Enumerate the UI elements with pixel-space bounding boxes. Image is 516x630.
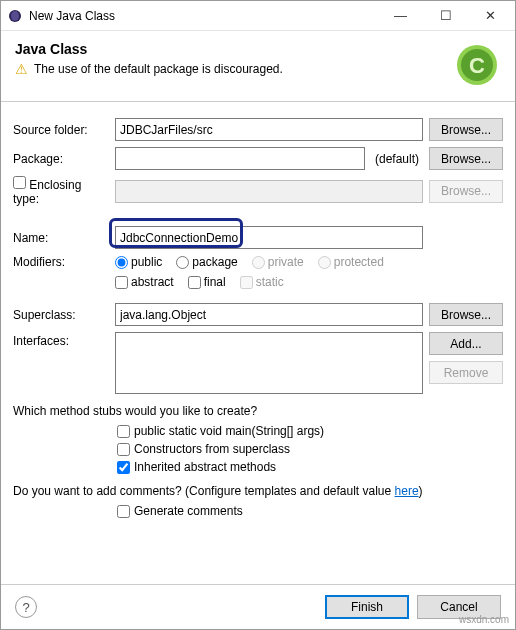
source-folder-input[interactable]	[115, 118, 423, 141]
check-static: static	[240, 275, 284, 289]
maximize-button[interactable]: ☐	[423, 1, 468, 31]
stubs-question: Which method stubs would you like to cre…	[13, 404, 503, 418]
check-final[interactable]: final	[188, 275, 226, 289]
warning-row: ⚠ The use of the default package is disc…	[15, 61, 453, 77]
comments-question: Do you want to add comments? (Configure …	[13, 484, 503, 498]
help-button[interactable]: ?	[15, 596, 37, 618]
superclass-input[interactable]	[115, 303, 423, 326]
dialog-footer: ? Finish Cancel	[1, 584, 515, 629]
check-abstract[interactable]: abstract	[115, 275, 174, 289]
browse-source-button[interactable]: Browse...	[429, 118, 503, 141]
minimize-button[interactable]: —	[378, 1, 423, 31]
dialog-header: Java Class ⚠ The use of the default pack…	[1, 31, 515, 102]
window-title: New Java Class	[29, 9, 378, 23]
configure-link[interactable]: here	[395, 484, 419, 498]
browse-enclosing-button: Browse...	[429, 180, 503, 203]
package-input[interactable]	[115, 147, 365, 170]
close-button[interactable]: ✕	[468, 1, 513, 31]
default-package-label: (default)	[371, 152, 423, 166]
watermark: wsxdn.com	[459, 614, 509, 625]
enclosing-type-check[interactable]: Enclosing type:	[13, 178, 81, 206]
finish-button[interactable]: Finish	[325, 595, 409, 619]
browse-package-button[interactable]: Browse...	[429, 147, 503, 170]
warning-text: The use of the default package is discou…	[34, 62, 283, 76]
visibility-radio-group: public package private protected	[115, 255, 423, 269]
label-package: Package:	[13, 152, 109, 166]
label-interfaces: Interfaces:	[13, 332, 109, 348]
radio-public[interactable]: public	[115, 255, 162, 269]
add-interface-button[interactable]: Add...	[429, 332, 503, 355]
svg-text:C: C	[469, 53, 485, 78]
check-main[interactable]: public static void main(String[] args)	[117, 424, 503, 438]
eclipse-icon	[7, 8, 23, 24]
dialog-window: New Java Class — ☐ ✕ Java Class ⚠ The us…	[0, 0, 516, 630]
check-constructors[interactable]: Constructors from superclass	[117, 442, 503, 456]
label-name: Name:	[13, 231, 109, 245]
modifier-checks: abstract final static	[115, 275, 423, 289]
warning-icon: ⚠	[15, 61, 28, 77]
radio-private: private	[252, 255, 304, 269]
dialog-title: Java Class	[15, 41, 453, 57]
name-input[interactable]	[115, 226, 423, 249]
titlebar: New Java Class — ☐ ✕	[1, 1, 515, 31]
enclosing-type-input	[115, 180, 423, 203]
interfaces-list[interactable]	[115, 332, 423, 394]
check-inherited[interactable]: Inherited abstract methods	[117, 460, 503, 474]
radio-package[interactable]: package	[176, 255, 237, 269]
check-generate-comments[interactable]: Generate comments	[117, 504, 503, 518]
svg-point-1	[11, 11, 19, 21]
dialog-content: Source folder: Browse... Package: (defau…	[1, 102, 515, 584]
label-superclass: Superclass:	[13, 308, 109, 322]
browse-superclass-button[interactable]: Browse...	[429, 303, 503, 326]
remove-interface-button: Remove	[429, 361, 503, 384]
label-source-folder: Source folder:	[13, 123, 109, 137]
label-modifiers: Modifiers:	[13, 255, 109, 269]
radio-protected: protected	[318, 255, 384, 269]
class-wizard-icon: C	[453, 41, 501, 89]
